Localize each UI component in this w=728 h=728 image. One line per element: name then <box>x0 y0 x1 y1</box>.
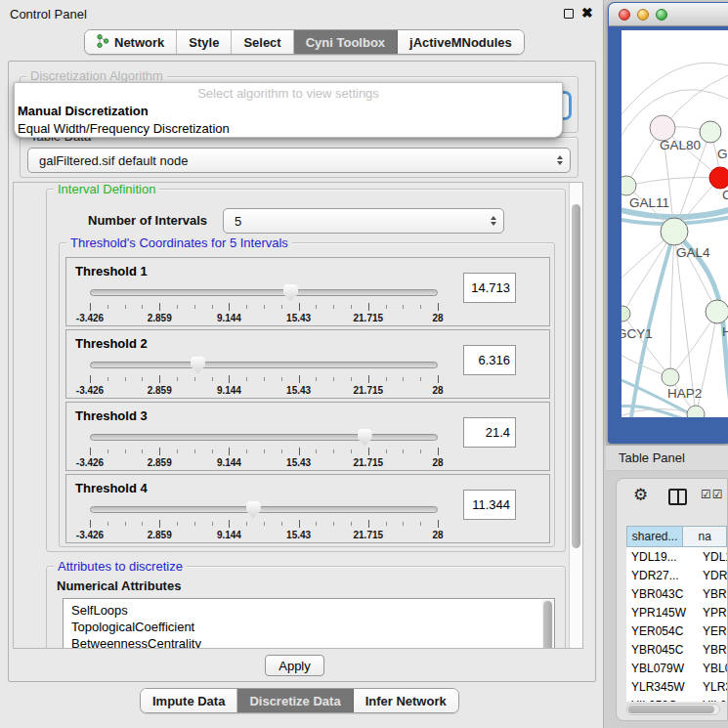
axis-tick-label: 9.144 <box>217 530 241 540</box>
attribute-item[interactable]: SelfLoops <box>64 602 554 619</box>
network-node[interactable] <box>687 406 705 417</box>
slider-thumb[interactable] <box>358 429 372 446</box>
threshold-slider[interactable]: -3.4262.8599.14415.4321.71528 <box>90 500 438 541</box>
panel-scrollbar[interactable] <box>569 183 582 648</box>
axis-tick-label: 2.859 <box>148 385 172 396</box>
network-node-hap2[interactable] <box>662 368 679 386</box>
table-row[interactable]: YDR27...YDR2 <box>626 566 728 584</box>
tab-impute-data[interactable]: Impute Data <box>141 689 237 712</box>
tick-mark <box>177 305 178 309</box>
network-canvas[interactable]: GAL80G.CGAL11GAL4GCY1HHAP2 <box>621 30 728 417</box>
gear-icon[interactable]: ⚙ <box>633 485 648 504</box>
tab-label: jActiveMNodules <box>409 35 512 50</box>
threshold-value-field[interactable] <box>463 490 516 520</box>
threshold-slider[interactable]: -3.4262.8599.14415.4321.71528 <box>90 356 438 397</box>
axis-tick-label: 9.144 <box>217 385 241 396</box>
table-data-combobox[interactable]: galFiltered.sif default node <box>27 148 571 173</box>
table-row[interactable]: YLR345WYLR3 <box>626 677 728 696</box>
slider-axis-labels: -3.4262.8599.14415.4321.71528 <box>90 313 438 324</box>
minimize-traffic-light-icon[interactable] <box>637 9 649 21</box>
slider-thumb[interactable] <box>283 284 298 301</box>
network-edge-thick[interactable] <box>621 209 728 217</box>
table-row[interactable]: YER054CYER0 <box>626 621 728 640</box>
threshold-value-field[interactable] <box>463 417 516 448</box>
tab-discretize-data[interactable]: Discretize Data <box>237 689 353 712</box>
algorithm-option[interactable]: Manual Discretization <box>17 103 560 120</box>
tick-mark <box>107 305 108 309</box>
network-node-gcy1[interactable] <box>621 306 630 321</box>
network-node-label: GAL4 <box>676 245 710 260</box>
network-window-titlebar[interactable] <box>609 3 728 26</box>
tab-select[interactable]: Select <box>232 30 293 54</box>
threshold-slider[interactable]: -3.4262.8599.14415.4321.71528 <box>90 428 438 469</box>
threshold-panel: Threshold 3-3.4262.8599.14415.4321.71528 <box>65 402 550 471</box>
tick-mark <box>229 520 230 528</box>
slider-thumb[interactable] <box>191 357 205 373</box>
tick-mark <box>316 450 317 453</box>
attribute-item[interactable]: TopologicalCoefficient <box>64 619 554 635</box>
tab-infer-network[interactable]: Infer Network <box>354 689 458 712</box>
number-of-intervals-combobox[interactable]: 5 <box>223 208 504 234</box>
tick-mark <box>420 450 421 453</box>
column-header[interactable]: na <box>683 526 727 547</box>
table-row[interactable]: YBR043CYBR0 <box>626 584 728 603</box>
network-edge[interactable] <box>626 177 720 186</box>
tick-mark <box>125 450 126 453</box>
select-checkboxes-icon[interactable]: ☑☑ <box>701 488 724 501</box>
tick-mark <box>194 377 195 381</box>
tick-mark <box>264 522 265 526</box>
network-view-window: GAL80G.CGAL11GAL4GCY1HHAP2 <box>608 2 728 444</box>
network-node-c[interactable] <box>709 167 728 189</box>
list-scrollbar[interactable] <box>542 600 553 649</box>
slider-thumb[interactable] <box>246 501 261 518</box>
table-row[interactable]: YBR045CYBR0 <box>626 640 728 659</box>
close-icon[interactable]: ✖ <box>581 5 593 21</box>
table-row[interactable]: YPR145WYPR1 <box>626 603 728 621</box>
interval-definition-group-title: Interval Definition <box>54 183 159 196</box>
table-row[interactable]: YIL052CYIL0 <box>626 696 728 702</box>
tab-network[interactable]: Network <box>85 30 177 54</box>
attribute-item[interactable]: BetweennessCentrality <box>64 635 554 649</box>
network-node-g[interactable] <box>700 121 721 143</box>
table-cell: YLR345W <box>626 680 699 694</box>
number-of-intervals-value: 5 <box>235 214 241 229</box>
network-edge[interactable] <box>670 232 674 377</box>
apply-button[interactable]: Apply <box>265 655 324 676</box>
tab-jactivemnodules[interactable]: jActiveMNodules <box>398 30 524 54</box>
threshold-value-field[interactable] <box>463 273 516 303</box>
tick-mark <box>281 522 282 526</box>
axis-tick-label: 28 <box>432 530 443 540</box>
tick-mark <box>142 377 143 381</box>
float-window-icon[interactable] <box>564 9 574 19</box>
panel-scrollbar-thumb[interactable] <box>572 204 580 548</box>
slider-track[interactable] <box>90 506 438 513</box>
slider-track[interactable] <box>90 434 438 441</box>
tab-cyni-toolbox[interactable]: Cyni Toolbox <box>294 30 398 54</box>
table-horizontal-scrollbar[interactable] <box>626 704 720 715</box>
network-node-gal11[interactable] <box>621 176 636 195</box>
table-scrollbar-thumb[interactable] <box>628 706 714 713</box>
columns-icon[interactable] <box>668 489 687 505</box>
tick-mark <box>368 448 369 455</box>
tab-style[interactable]: Style <box>177 30 232 54</box>
threshold-panel: Threshold 4-3.4262.8599.14415.4321.71528 <box>65 474 550 543</box>
close-traffic-light-icon[interactable] <box>619 9 630 21</box>
thresholds-group-title: Threshold's Coordinates for 5 Intervals <box>66 236 292 250</box>
table-row[interactable]: YDL19...YDL1 <box>626 547 728 566</box>
axis-tick-label: 15.43 <box>286 530 311 540</box>
zoom-traffic-light-icon[interactable] <box>656 9 667 21</box>
threshold-slider[interactable]: -3.4262.8599.14415.4321.71528 <box>90 283 438 324</box>
column-header[interactable]: shared... <box>626 526 683 547</box>
network-node-gal4[interactable] <box>661 218 688 245</box>
slider-track[interactable] <box>90 289 438 296</box>
threshold-value-field[interactable] <box>463 345 516 375</box>
slider-track[interactable] <box>90 362 438 368</box>
network-edge[interactable] <box>622 232 674 314</box>
network-node-h[interactable] <box>706 300 728 323</box>
number-of-intervals-label: Number of Intervals <box>88 213 207 228</box>
algorithm-option[interactable]: Equal Width/Frequency Discretization <box>17 120 560 138</box>
bottom-tab-bar: Impute DataDiscretize DataInfer Network <box>140 688 459 713</box>
table-row[interactable]: YBL079WYBL0 <box>626 659 728 677</box>
list-scrollbar-thumb[interactable] <box>543 601 552 649</box>
axis-tick-label: 28 <box>432 457 443 468</box>
